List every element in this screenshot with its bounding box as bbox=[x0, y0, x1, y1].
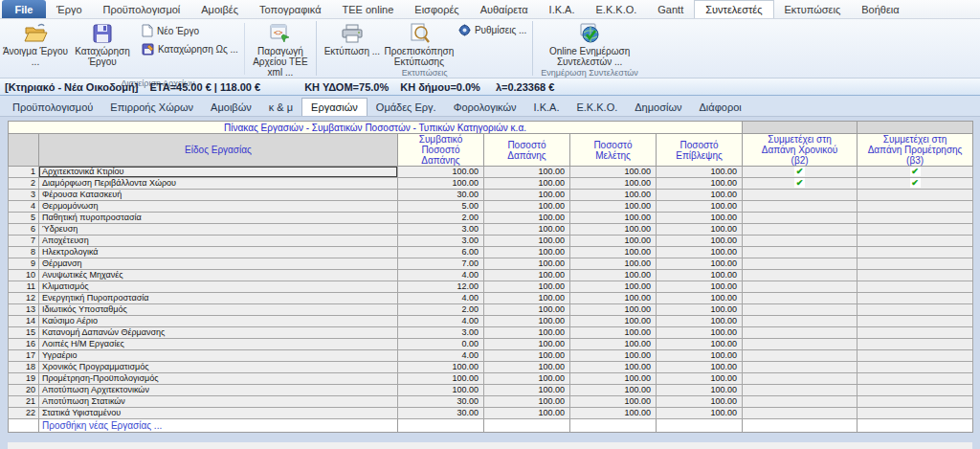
cost-pct-cell[interactable]: 100.00 bbox=[484, 362, 570, 373]
cost-pct-cell[interactable]: 100.00 bbox=[484, 373, 570, 385]
subtab-9[interactable]: Δημοσίων bbox=[626, 99, 690, 116]
row-number-cell[interactable]: 10 bbox=[9, 270, 39, 281]
b3-check-cell[interactable] bbox=[858, 396, 973, 408]
b3-check-cell[interactable] bbox=[858, 408, 973, 419]
supervision-pct-cell[interactable]: 100.00 bbox=[657, 213, 743, 224]
subtab-8[interactable]: Ε.Κ.Κ.Ο. bbox=[568, 99, 626, 116]
supervision-pct-cell[interactable]: 100.00 bbox=[657, 270, 743, 281]
b2-check-cell[interactable] bbox=[743, 270, 858, 281]
study-pct-cell[interactable]: 100.00 bbox=[570, 362, 657, 373]
cost-pct-cell[interactable]: 100.00 bbox=[484, 247, 570, 258]
cost-pct-cell[interactable]: 100.00 bbox=[484, 178, 570, 190]
cost-pct-cell[interactable]: 100.00 bbox=[484, 224, 570, 236]
row-number-cell[interactable]: 17 bbox=[9, 350, 39, 362]
open-project-button[interactable]: Άνοιγμα Έργου ... bbox=[2, 20, 69, 78]
supervision-pct-cell[interactable]: 100.00 bbox=[657, 396, 743, 408]
study-pct-cell[interactable]: 100.00 bbox=[570, 408, 657, 419]
add-work-link-cell[interactable]: Προσθήκη νέας Εργασίας ... bbox=[39, 419, 398, 433]
b2-check-cell[interactable] bbox=[743, 316, 858, 327]
contract-pct-cell[interactable]: 100.00 bbox=[398, 385, 484, 396]
b3-check-cell[interactable]: ✔ bbox=[858, 178, 973, 190]
work-type-cell[interactable]: Θερμομόνωση bbox=[39, 201, 398, 213]
contract-pct-cell[interactable]: 30.00 bbox=[398, 396, 484, 408]
b2-check-cell[interactable] bbox=[743, 350, 858, 362]
contract-pct-cell[interactable]: 0.00 bbox=[398, 339, 484, 350]
b2-check-cell[interactable] bbox=[743, 362, 858, 373]
b2-check-cell[interactable] bbox=[743, 293, 858, 304]
cost-pct-cell[interactable]: 100.00 bbox=[484, 258, 570, 270]
supervision-pct-cell[interactable]: 100.00 bbox=[657, 408, 743, 419]
b2-check-cell[interactable] bbox=[743, 281, 858, 293]
study-pct-cell[interactable]: 100.00 bbox=[570, 385, 657, 396]
contract-pct-cell[interactable]: 3.00 bbox=[398, 236, 484, 247]
contract-pct-cell[interactable]: 7.00 bbox=[398, 258, 484, 270]
work-type-cell[interactable]: Φέρουσα Κατασκευή bbox=[39, 190, 398, 201]
study-pct-cell[interactable]: 100.00 bbox=[570, 350, 657, 362]
study-pct-cell[interactable]: 100.00 bbox=[570, 247, 657, 258]
subtab-6[interactable]: Φορολογικών bbox=[445, 99, 525, 116]
b2-check-cell[interactable] bbox=[743, 213, 858, 224]
subtab-2[interactable]: Αμοιβών bbox=[202, 99, 260, 116]
row-number-cell[interactable]: 13 bbox=[9, 304, 39, 316]
save-project-button[interactable]: Καταχώρηση Έργου bbox=[69, 20, 136, 78]
contract-pct-cell[interactable]: 3.00 bbox=[398, 327, 484, 339]
contract-pct-cell[interactable]: 6.00 bbox=[398, 247, 484, 258]
work-type-cell[interactable]: Προμέτρηση-Προϋπολογισμός bbox=[39, 373, 398, 385]
work-type-cell[interactable]: Ιδιωτικός Υποσταθμός bbox=[39, 304, 398, 316]
supervision-pct-cell[interactable]: 100.00 bbox=[657, 281, 743, 293]
study-pct-cell[interactable]: 100.00 bbox=[570, 373, 657, 385]
b3-check-cell[interactable]: ✔ bbox=[858, 167, 973, 178]
b3-check-cell[interactable] bbox=[858, 327, 973, 339]
supervision-pct-cell[interactable]: 100.00 bbox=[657, 327, 743, 339]
new-project-button[interactable]: Νέο Έργο bbox=[142, 24, 238, 37]
print-button[interactable]: Εκτύπωση ... bbox=[319, 20, 386, 67]
b2-check-cell[interactable] bbox=[743, 236, 858, 247]
row-number-cell[interactable]: 16 bbox=[9, 339, 39, 350]
supervision-pct-cell[interactable]: 100.00 bbox=[657, 224, 743, 236]
b2-check-cell[interactable] bbox=[743, 258, 858, 270]
menu-tab-0[interactable]: Έργο bbox=[46, 0, 93, 18]
contract-pct-cell[interactable]: 4.00 bbox=[398, 293, 484, 304]
cost-pct-cell[interactable]: 100.00 bbox=[484, 201, 570, 213]
subtab-1[interactable]: Επιρροής Χώρων bbox=[101, 99, 202, 116]
b3-check-cell[interactable] bbox=[858, 270, 973, 281]
work-type-cell[interactable]: Ενεργητική Πυροπροστασία bbox=[39, 293, 398, 304]
cost-pct-cell[interactable]: 100.00 bbox=[484, 190, 570, 201]
cost-pct-cell[interactable]: 100.00 bbox=[484, 304, 570, 316]
b2-check-cell[interactable] bbox=[743, 408, 858, 419]
cost-pct-cell[interactable]: 100.00 bbox=[484, 236, 570, 247]
b3-check-cell[interactable] bbox=[858, 339, 973, 350]
work-type-cell[interactable]: Αρχιτεκτονικά Κτιρίου bbox=[39, 167, 398, 178]
row-number-cell[interactable]: 8 bbox=[9, 247, 39, 258]
online-update-button[interactable]: Online Ενημέρωση Συντελεστών ... bbox=[537, 20, 642, 67]
row-number-cell[interactable]: 3 bbox=[9, 190, 39, 201]
b2-check-cell[interactable] bbox=[743, 190, 858, 201]
study-pct-cell[interactable]: 100.00 bbox=[570, 304, 657, 316]
b3-check-cell[interactable] bbox=[858, 385, 973, 396]
study-pct-cell[interactable]: 100.00 bbox=[570, 327, 657, 339]
study-pct-cell[interactable]: 100.00 bbox=[570, 190, 657, 201]
b3-check-cell[interactable] bbox=[858, 258, 973, 270]
cost-pct-cell[interactable]: 100.00 bbox=[484, 281, 570, 293]
b3-check-cell[interactable] bbox=[858, 293, 973, 304]
contract-pct-cell[interactable]: 4.00 bbox=[398, 350, 484, 362]
supervision-pct-cell[interactable]: 100.00 bbox=[657, 304, 743, 316]
cost-pct-cell[interactable]: 100.00 bbox=[484, 396, 570, 408]
menu-tab-4[interactable]: TEE online bbox=[332, 0, 405, 18]
row-number-cell[interactable]: 14 bbox=[9, 316, 39, 327]
supervision-pct-cell[interactable]: 100.00 bbox=[657, 385, 743, 396]
work-type-cell[interactable]: Αποτύπωση Στατικών bbox=[39, 396, 398, 408]
supervision-pct-cell[interactable]: 100.00 bbox=[657, 178, 743, 190]
work-type-cell[interactable]: Ανυψωτικές Μηχανές bbox=[39, 270, 398, 281]
supervision-pct-cell[interactable]: 100.00 bbox=[657, 167, 743, 178]
cost-pct-cell[interactable]: 100.00 bbox=[484, 385, 570, 396]
cost-pct-cell[interactable]: 100.00 bbox=[484, 213, 570, 224]
subtab-7[interactable]: Ι.Κ.Α. bbox=[525, 99, 568, 116]
contract-pct-cell[interactable]: 4.00 bbox=[398, 270, 484, 281]
work-type-cell[interactable]: Αποτύπωση Αρχιτεκτονικών bbox=[39, 385, 398, 396]
work-type-cell[interactable]: Κλιματισμός bbox=[39, 281, 398, 293]
contract-pct-cell[interactable]: 2.00 bbox=[398, 304, 484, 316]
work-type-cell[interactable]: Καύσιμο Αέριο bbox=[39, 316, 398, 327]
subtab-4[interactable]: Εργασιών bbox=[301, 98, 368, 116]
file-menu-button[interactable]: File bbox=[2, 0, 46, 18]
